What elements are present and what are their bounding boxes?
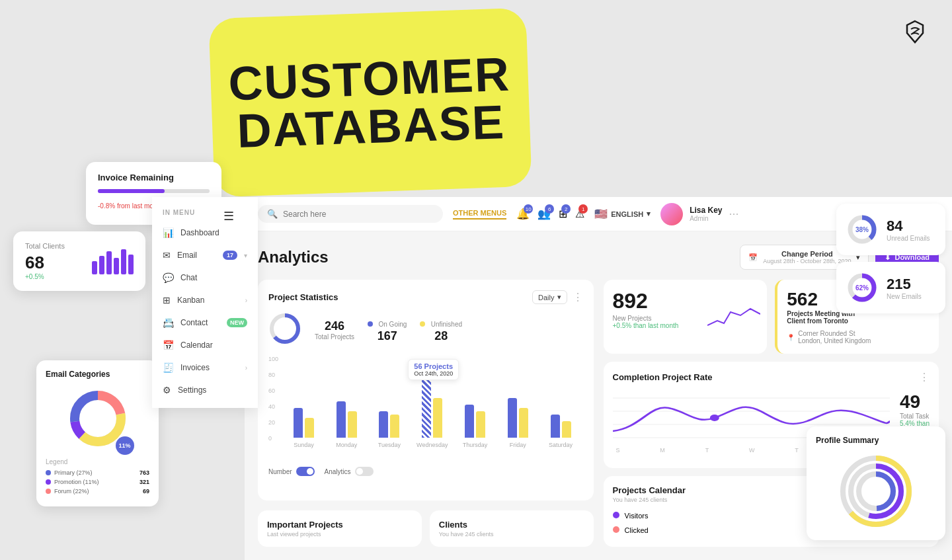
alert-icon-nav[interactable]: ⚠ 1 xyxy=(575,208,584,220)
bar-4 xyxy=(114,258,119,274)
toggle-analytics[interactable]: Analytics xyxy=(325,467,374,476)
bar-2 xyxy=(99,256,104,274)
toggle-number[interactable]: Number xyxy=(268,467,315,476)
clicked-label: Clicked xyxy=(625,526,649,534)
email-categories-card: Email Categories 11% Legend Primary (27%… xyxy=(36,360,159,506)
left-column: Project Statistics Daily ▾ ⋮ xyxy=(258,280,594,547)
daily-filter[interactable]: Daily ▾ xyxy=(532,290,567,304)
bar-yellow-tue xyxy=(390,415,399,438)
bar-blue-tue xyxy=(379,411,388,438)
bar-blue-fri xyxy=(508,398,517,438)
bar-5 xyxy=(121,249,126,274)
stats-menu-icon[interactable]: ⋮ xyxy=(573,291,583,303)
search-bar[interactable]: 🔍 xyxy=(258,205,443,223)
user-menu-dots[interactable]: ··· xyxy=(729,207,739,221)
visitors-item: Visitors xyxy=(613,512,649,520)
legend-title: Legend xyxy=(46,458,149,465)
search-input[interactable] xyxy=(283,210,434,219)
contact-badge: NEW xyxy=(227,318,247,327)
kanban-arrow-icon: › xyxy=(245,297,247,304)
email-categories-title: Email Categories xyxy=(46,370,149,379)
legend-dot-forum xyxy=(46,489,51,494)
total-clients-card: Total Clients 68 +0.5% xyxy=(13,231,145,291)
clients-title: Clients xyxy=(439,520,584,530)
sidebar-item-calendar[interactable]: 📅 Calendar xyxy=(152,334,258,356)
notification-bell[interactable]: 🔔 10 xyxy=(516,208,530,220)
other-menus-label[interactable]: OTHER MENUS xyxy=(453,209,506,220)
grid-icon-nav[interactable]: ⊞ 2 xyxy=(559,208,567,220)
calendar-subtitle: You have 245 clients xyxy=(613,497,686,503)
legend-label-promotion: Promotion (11%) xyxy=(54,479,139,485)
sidebar-item-settings[interactable]: ⚙ Settings xyxy=(152,379,258,401)
invoice-progress-bar xyxy=(98,189,210,193)
sidebar: IN MENU 📊 Dashboard ✉ Email 17 ▾ 💬 Chat … xyxy=(152,197,258,408)
calendar-title: Projects Calendar xyxy=(613,485,686,495)
invoices-arrow-icon: › xyxy=(245,364,247,372)
new-stat-right: 215 New Emails xyxy=(887,276,922,300)
sidebar-label-dashboard: Dashboard xyxy=(180,228,247,237)
user-avatar xyxy=(660,203,683,225)
sidebar-item-dashboard[interactable]: 📊 Dashboard xyxy=(152,221,258,244)
bar-group-mon: Monday xyxy=(328,401,366,448)
ongoing-stat: On Going 167 xyxy=(368,317,407,343)
bar-group-tue: Tuesday xyxy=(371,411,409,448)
sidebar-item-email[interactable]: ✉ Email 17 ▾ xyxy=(152,244,258,266)
clicked-item: Clicked xyxy=(613,526,649,534)
clients-card: Clients You have 245 clients xyxy=(430,510,594,547)
clients-subtitle: You have 245 clients xyxy=(439,531,584,538)
language-selector[interactable]: 🇺🇸 ENGLISH ▾ xyxy=(594,208,651,220)
legend-forum: Forum (22%) 69 xyxy=(46,488,149,495)
toggle-number-label: Number xyxy=(268,468,292,475)
completion-title: Completion Project Rate xyxy=(613,372,713,382)
email-categories-donut: 11% xyxy=(65,385,131,452)
page-title: Analytics xyxy=(258,248,329,266)
toggle-number-switch[interactable] xyxy=(296,467,315,476)
toggle-analytics-knob xyxy=(356,468,363,475)
visitors-dot xyxy=(613,512,619,518)
sidebar-label-kanban: Kanban xyxy=(177,296,239,305)
bar-6 xyxy=(128,255,134,274)
bar-striped-wed xyxy=(422,375,431,438)
sidebar-item-contact[interactable]: 📇 Contact NEW xyxy=(152,311,258,334)
users-icon-nav[interactable]: 👥 6 xyxy=(537,208,551,220)
completion-stat: 49 Total Task 5.4% than xyxy=(900,391,930,427)
bar-group-sat: Saturday xyxy=(542,415,580,448)
bar-group-sun: Sunday xyxy=(285,408,323,448)
flag-icon: 🇺🇸 xyxy=(594,208,608,220)
calendar-icon: 📅 xyxy=(163,340,174,350)
legend-dot-promotion xyxy=(46,479,51,485)
wave-dot xyxy=(709,415,719,421)
sidebar-item-invoices[interactable]: 🧾 Invoices › xyxy=(152,356,258,379)
ongoing-value: 167 xyxy=(368,329,407,343)
invoices-icon: 🧾 xyxy=(163,362,174,373)
meeting-address: Corner Rounded StLondon, United Kingdom xyxy=(798,330,871,344)
toggle-analytics-switch[interactable] xyxy=(355,467,374,476)
new-emails-card: 62% 215 New Emails xyxy=(836,262,945,313)
sidebar-item-kanban[interactable]: ⊞ Kanban › xyxy=(152,289,258,311)
legend-value-forum: 69 xyxy=(143,488,149,495)
bottom-left-grid: Important Projects Last viewed projects … xyxy=(258,510,594,547)
important-projects-card: Important Projects Last viewed projects xyxy=(258,510,422,547)
bar-blue-sun xyxy=(294,408,303,438)
completion-menu-icon[interactable]: ⋮ xyxy=(919,371,930,383)
project-stats-header: Project Statistics Daily ▾ ⋮ xyxy=(268,290,583,304)
total-projects-value: 246 xyxy=(315,319,354,333)
hamburger-button[interactable]: ☰ xyxy=(223,209,234,223)
unread-pct: 38% xyxy=(846,213,879,246)
legend-dot-primary xyxy=(46,470,51,475)
project-stats-controls: Daily ▾ ⋮ xyxy=(532,290,582,304)
sidebar-item-chat[interactable]: 💬 Chat xyxy=(152,266,258,289)
clicked-dot xyxy=(613,526,619,533)
new-emails-label: New Emails xyxy=(887,293,922,300)
unread-number: 84 xyxy=(887,218,930,235)
chart-tooltip: 56 Projects Oct 24th, 2020 xyxy=(408,359,459,380)
bar-group-thu: Thursday xyxy=(456,405,494,448)
legend-label-forum: Forum (22%) xyxy=(54,488,143,495)
unfinished-stat: Unfinished 28 xyxy=(420,317,462,343)
invoice-progress-fill xyxy=(98,189,165,193)
sidebar-label-email: Email xyxy=(177,251,216,260)
bar-yellow-sat xyxy=(562,421,571,438)
svg-point-22 xyxy=(864,479,888,503)
project-bar-chart: 100806040200 56 Projects Oct 24th, 2020 xyxy=(268,356,583,461)
nav-icons: 🔔 10 👥 6 ⊞ 2 ⚠ 1 xyxy=(516,208,584,220)
